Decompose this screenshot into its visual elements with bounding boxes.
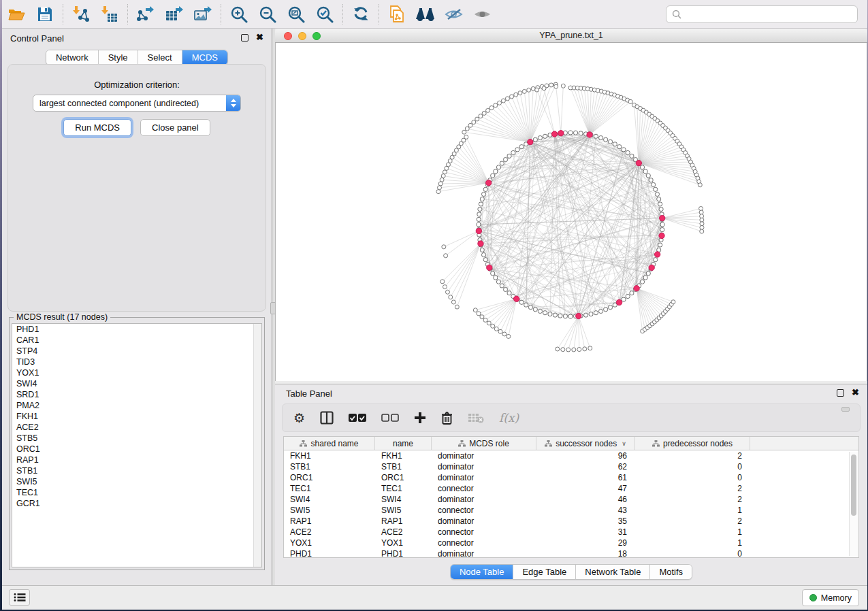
save-session-button[interactable]	[32, 3, 58, 26]
table-row[interactable]: SWI5SWI5connector431	[284, 505, 858, 516]
network-node[interactable]	[577, 348, 581, 352]
network-node[interactable]	[563, 314, 567, 318]
mcds-hub-node[interactable]	[551, 131, 557, 137]
network-node[interactable]	[700, 229, 704, 233]
tab-edge-table[interactable]: Edge Table	[513, 565, 576, 579]
table-scrollbar-thumb[interactable]	[851, 455, 856, 516]
table-row[interactable]: FKH1FKH1dominator962	[284, 450, 858, 461]
network-node[interactable]	[626, 150, 630, 154]
network-node[interactable]	[491, 271, 495, 276]
network-window-titlebar[interactable]: YPA_prune.txt_1	[275, 29, 867, 43]
mcds-hub-node[interactable]	[576, 313, 581, 318]
network-node[interactable]	[622, 297, 626, 301]
network-node[interactable]	[491, 324, 495, 328]
network-node[interactable]	[543, 134, 547, 138]
select-all-columns-button[interactable]	[349, 413, 366, 423]
network-node[interactable]	[479, 114, 483, 118]
network-node[interactable]	[589, 312, 593, 316]
network-node[interactable]	[436, 190, 440, 194]
horizontal-splitter-grip[interactable]	[841, 407, 850, 412]
network-node[interactable]	[507, 291, 511, 295]
table-panel-close-icon[interactable]: ✖	[852, 387, 859, 397]
network-node[interactable]	[442, 245, 446, 249]
network-node[interactable]	[518, 91, 522, 95]
network-node[interactable]	[479, 202, 483, 206]
network-node[interactable]	[543, 311, 547, 315]
mcds-hub-node[interactable]	[634, 286, 639, 291]
memory-button[interactable]: Memory	[802, 589, 859, 606]
network-node[interactable]	[654, 258, 658, 262]
mcds-hub-node[interactable]	[649, 265, 654, 270]
network-node[interactable]	[542, 86, 546, 90]
network-node[interactable]	[483, 187, 487, 191]
mcds-result-list[interactable]: PHD1CAR1STP4TID3YOX1SWI4SRD1PMA2FKH1ACE2…	[12, 323, 262, 567]
network-node[interactable]	[494, 276, 498, 280]
network-node[interactable]	[533, 137, 537, 142]
network-node[interactable]	[438, 182, 443, 186]
network-node[interactable]	[503, 157, 507, 161]
network-node[interactable]	[462, 130, 466, 134]
network-node[interactable]	[501, 99, 505, 103]
mcds-result-item[interactable]: SWI4	[12, 378, 261, 389]
tab-style[interactable]: Style	[99, 50, 138, 65]
network-node[interactable]	[572, 348, 576, 352]
network-node[interactable]	[558, 314, 562, 318]
mcds-hub-node[interactable]	[558, 131, 564, 136]
copy-network-button[interactable]	[384, 3, 410, 26]
network-node[interactable]	[608, 139, 612, 144]
mcds-result-item[interactable]: YOX1	[12, 367, 261, 378]
network-node[interactable]	[519, 145, 524, 149]
network-node[interactable]	[654, 187, 658, 191]
network-node[interactable]	[660, 227, 664, 231]
network-node[interactable]	[445, 290, 449, 294]
network-node[interactable]	[583, 347, 587, 351]
tab-motifs[interactable]: Motifs	[650, 565, 692, 579]
network-node[interactable]	[561, 84, 565, 88]
network-node[interactable]	[477, 217, 481, 221]
network-node[interactable]	[588, 346, 592, 350]
network-node[interactable]	[477, 212, 481, 216]
network-node[interactable]	[626, 294, 630, 298]
network-node[interactable]	[598, 135, 602, 139]
network-node[interactable]	[643, 169, 647, 174]
delete-table-button[interactable]	[468, 412, 484, 423]
mcds-result-item[interactable]: TID3	[12, 357, 261, 367]
network-node[interactable]	[646, 174, 650, 178]
mcds-hub-node[interactable]	[513, 296, 519, 301]
deselect-all-columns-button[interactable]	[381, 413, 399, 423]
network-node[interactable]	[498, 101, 502, 105]
tab-mcds[interactable]: MCDS	[182, 50, 227, 65]
network-node[interactable]	[640, 280, 644, 284]
search-input[interactable]	[686, 10, 852, 19]
network-node[interactable]	[522, 89, 526, 93]
network-node[interactable]	[640, 165, 644, 169]
network-node[interactable]	[477, 222, 481, 227]
network-node[interactable]	[437, 186, 441, 190]
network-node[interactable]	[699, 206, 703, 210]
network-node[interactable]	[511, 150, 515, 154]
network-node[interactable]	[655, 192, 659, 196]
network-node[interactable]	[556, 347, 560, 351]
add-column-button[interactable]	[414, 412, 426, 424]
network-node[interactable]	[468, 123, 472, 127]
hide-selected-button[interactable]	[441, 3, 467, 26]
mcds-result-item[interactable]: PHD1	[12, 324, 261, 335]
close-panel-button[interactable]: Close panel	[140, 119, 210, 136]
network-node[interactable]	[475, 117, 479, 121]
network-node[interactable]	[502, 332, 507, 336]
network-node[interactable]	[568, 314, 573, 318]
column-header-successor-nodes[interactable]: successor nodes∨	[536, 437, 635, 450]
network-node[interactable]	[659, 207, 663, 211]
split-columns-button[interactable]	[320, 411, 334, 425]
network-node[interactable]	[449, 295, 453, 299]
mcds-hub-node[interactable]	[616, 299, 622, 305]
network-node[interactable]	[608, 306, 612, 310]
network-node[interactable]	[658, 202, 662, 206]
network-node[interactable]	[646, 271, 650, 276]
network-node[interactable]	[524, 303, 528, 307]
network-node[interactable]	[494, 169, 498, 174]
network-node[interactable]	[700, 225, 704, 229]
network-node[interactable]	[515, 148, 519, 152]
network-node[interactable]	[566, 348, 570, 352]
column-header-shared-name[interactable]: shared name	[284, 437, 375, 450]
